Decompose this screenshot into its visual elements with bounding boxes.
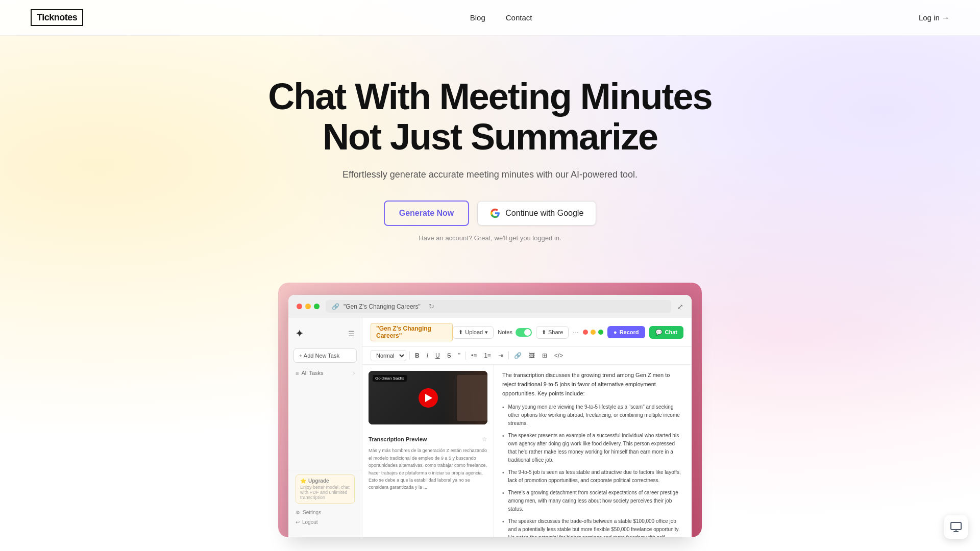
bullet-dot: • [502, 518, 504, 537]
nav-login[interactable]: Log in → [919, 13, 949, 22]
doc-actions: ⬆ Upload ▾ Notes ⬆ Share [453, 326, 683, 339]
record-label: Record [620, 329, 639, 335]
upgrade-title: ⭐ Upgrade [300, 478, 350, 484]
bullet-dot: • [502, 469, 504, 485]
video-overlay-text: Goldman Sachs [373, 375, 407, 382]
url-lock-icon: 🔗 [332, 303, 339, 310]
hero-title-line1: Chat With Meeting Minutes [268, 76, 712, 117]
play-button[interactable] [419, 388, 438, 408]
upload-icon: ⬆ [458, 329, 463, 336]
all-tasks-label: All Tasks [301, 370, 323, 376]
google-button-label: Continue with Google [505, 209, 583, 218]
underline-button[interactable]: U [433, 351, 442, 360]
record-button[interactable]: ● Record [607, 326, 645, 338]
style-selector[interactable]: Normal [371, 350, 406, 361]
main-content: "Gen Z's Changing Careers" ⬆ Upload ▾ No… [362, 318, 692, 537]
maximize-dot[interactable] [314, 304, 320, 309]
floating-monitor-button[interactable] [944, 515, 968, 539]
add-new-task-button[interactable]: + Add New Task [293, 348, 357, 363]
summary-bullet: •The speaker presents an example of a su… [502, 432, 683, 464]
star-icon[interactable]: ☆ [482, 436, 487, 443]
continue-with-google-button[interactable]: Continue with Google [477, 201, 596, 226]
ul-button[interactable]: •≡ [469, 351, 479, 360]
doc-header: "Gen Z's Changing Careers" ⬆ Upload ▾ No… [362, 318, 692, 347]
hero-subtitle: Effortlessly generate accurate meeting m… [10, 169, 970, 180]
toolbar-divider-2 [465, 352, 466, 360]
play-triangle [425, 394, 432, 402]
hero-buttons: Generate Now Continue with Google [10, 201, 970, 226]
refresh-icon[interactable]: ↻ [429, 303, 434, 310]
link-button[interactable]: 🔗 [512, 351, 524, 360]
person-silhouette [457, 375, 487, 421]
strikethrough-button[interactable]: S [445, 351, 453, 360]
monitor-icon [950, 521, 962, 533]
chat-button[interactable]: 💬 Chat [649, 326, 683, 339]
settings-icon: ⚙ [296, 510, 300, 515]
notes-toggle[interactable]: Notes [498, 328, 532, 337]
chat-icon: 💬 [655, 329, 663, 336]
star-icon: ⭐ [300, 478, 306, 484]
ol-button[interactable]: 1≡ [482, 351, 493, 360]
share-icon: ⬆ [542, 329, 546, 336]
url-bar[interactable]: 🔗 "Gen Z's Changing Careers" ↻ [326, 300, 671, 313]
sidebar-logout[interactable]: ↩ Logout [296, 517, 355, 527]
bullet-dot: • [502, 432, 504, 464]
sidebar-logo-icon: ✦ [296, 328, 303, 339]
preview-header: Transcription Preview ☆ [369, 436, 487, 443]
summary-bullet: •The speaker discusses the trade-offs be… [502, 517, 683, 537]
more-button[interactable]: ··· [573, 328, 579, 336]
goldman-label: Goldman Sachs [375, 376, 404, 381]
video-embed[interactable]: Goldman Sachs [369, 371, 487, 424]
bullet-dot: • [502, 489, 504, 513]
preview-text: Más y más hombres de la generación Z est… [369, 447, 487, 491]
nav-blog[interactable]: Blog [470, 13, 485, 22]
screenshot-background: 🔗 "Gen Z's Changing Careers" ↻ ⤢ ✦ ☰ + A… [278, 283, 702, 537]
bullet-text: Many young men are viewing the 9-to-5 li… [508, 403, 683, 428]
expand-icon[interactable]: ⤢ [677, 303, 683, 311]
record-icon: ● [614, 329, 617, 335]
content-area: Goldman Sachs [362, 365, 692, 537]
bold-button[interactable]: B [413, 351, 422, 360]
red-dot [583, 330, 588, 335]
share-button[interactable]: ⬆ Share [536, 326, 569, 339]
browser-titlebar: 🔗 "Gen Z's Changing Careers" ↻ ⤢ [288, 295, 692, 318]
menu-icon[interactable]: ☰ [348, 330, 355, 338]
image-button[interactable]: 🖼 [527, 351, 537, 360]
upload-button[interactable]: ⬆ Upload ▾ [453, 326, 494, 339]
chevron-right-icon: › [353, 370, 355, 376]
preview-title: Transcription Preview [369, 436, 427, 442]
chat-label: Chat [665, 329, 677, 335]
summary-list: •Many young men are viewing the 9-to-5 l… [502, 403, 683, 537]
indent-button[interactable]: ⇥ [496, 351, 505, 360]
upload-chevron: ▾ [485, 329, 488, 336]
upgrade-description: Enjoy better model, chat with PDF and un… [300, 485, 350, 500]
logo[interactable]: Ticknotes [31, 9, 83, 26]
bullet-text: There's a growing detachment from societ… [508, 489, 683, 513]
bullet-dot: • [502, 404, 504, 428]
close-dot[interactable] [297, 304, 302, 309]
hero-title: Chat With Meeting Minutes Not Just Summa… [10, 77, 970, 157]
green-dot [598, 330, 603, 335]
quote-button[interactable]: " [456, 351, 462, 360]
video-thumbnail: Goldman Sachs [369, 371, 487, 424]
svg-rect-0 [951, 522, 961, 530]
hero-section: Chat With Meeting Minutes Not Just Summa… [0, 36, 980, 262]
italic-button[interactable]: I [425, 351, 430, 360]
minimize-dot[interactable] [305, 304, 311, 309]
sidebar-settings[interactable]: ⚙ Settings [296, 508, 355, 517]
table-button[interactable]: ⊞ [540, 351, 549, 360]
upgrade-box[interactable]: ⭐ Upgrade Enjoy better model, chat with … [296, 474, 355, 504]
nav-contact[interactable]: Contact [506, 13, 532, 22]
navbar: Ticknotes Blog Contact Log in → [0, 0, 980, 36]
toolbar-divider-3 [508, 352, 509, 360]
sidebar-all-tasks[interactable]: ≡ All Tasks › [288, 365, 362, 378]
notes-switch[interactable] [516, 328, 532, 337]
generate-now-button[interactable]: Generate Now [384, 201, 470, 226]
settings-label: Settings [303, 510, 321, 515]
yellow-dot [591, 330, 596, 335]
sidebar-footer: ⭐ Upgrade Enjoy better model, chat with … [288, 470, 362, 531]
code-button[interactable]: </> [552, 351, 565, 360]
summary-panel: The transcription discusses the growing … [494, 365, 692, 537]
logout-label: Logout [302, 519, 318, 525]
app-screenshot: 🔗 "Gen Z's Changing Careers" ↻ ⤢ ✦ ☰ + A… [278, 283, 702, 537]
